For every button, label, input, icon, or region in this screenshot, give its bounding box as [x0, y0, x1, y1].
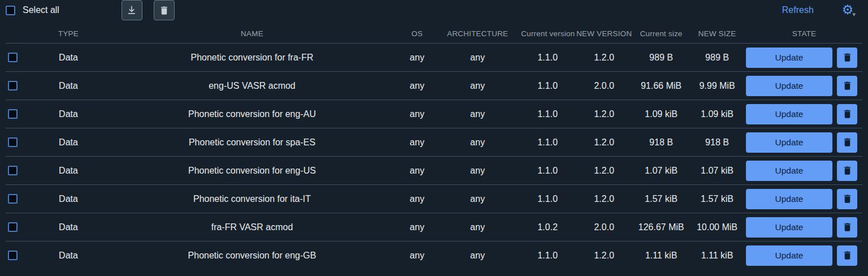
gear-icon: ⚙: [842, 3, 854, 16]
cell-new-size: 1.57 kiB: [688, 194, 746, 204]
cell-name: Phonetic conversion for eng-AU: [104, 109, 400, 119]
cell-os: any: [400, 222, 434, 232]
column-header-new-size: NEW SIZE: [688, 29, 746, 38]
table-row: Data Phonetic conversion for eng-GB any …: [6, 241, 862, 269]
delete-row-button[interactable]: [837, 132, 857, 153]
cell-os: any: [400, 251, 434, 261]
row-checkbox[interactable]: [8, 81, 18, 90]
update-button[interactable]: Update: [746, 132, 832, 153]
refresh-button[interactable]: Refresh: [782, 5, 814, 15]
delete-row-button[interactable]: [837, 245, 857, 266]
cell-os: any: [400, 166, 434, 176]
column-header-current-version: Current version: [521, 29, 574, 38]
table-body: Data Phonetic conversion for fra-FR any …: [6, 44, 862, 269]
row-checkbox[interactable]: [8, 194, 18, 204]
delete-row-button[interactable]: [837, 161, 857, 181]
cell-type: Data: [33, 137, 104, 148]
cell-type: Data: [33, 251, 104, 261]
trash-icon: [842, 137, 853, 148]
settings-menu-button[interactable]: ⚙ ▾: [842, 3, 856, 18]
cell-architecture: any: [434, 222, 521, 232]
update-button[interactable]: Update: [746, 48, 832, 68]
cell-name: Phonetic conversion for eng-US: [104, 166, 400, 176]
cell-current-size: 1.07 kiB: [634, 166, 688, 176]
delete-row-button[interactable]: [837, 104, 857, 124]
table-row: Data eng-US VASR acmod any any 1.1.0 2.0…: [6, 72, 862, 100]
cell-current-version: 1.1.0: [521, 194, 574, 204]
column-header-os: OS: [400, 29, 434, 38]
delete-row-button[interactable]: [837, 76, 857, 96]
cell-architecture: any: [434, 137, 521, 148]
chevron-down-icon: ▾: [852, 11, 856, 18]
cell-current-size: 91.66 MiB: [634, 81, 688, 91]
cell-new-version: 1.2.0: [574, 251, 634, 261]
cell-name: Phonetic conversion for spa-ES: [104, 137, 400, 148]
cell-new-size: 918 B: [688, 137, 746, 148]
table-row: Data Phonetic conversion for spa-ES any …: [6, 128, 862, 157]
cell-current-size: 1.11 kiB: [634, 251, 688, 261]
cell-new-version: 2.0.0: [574, 222, 634, 232]
cell-name: Phonetic conversion for ita-IT: [104, 194, 400, 204]
cell-new-size: 1.09 kiB: [688, 109, 746, 119]
cell-name: fra-FR VASR acmod: [104, 222, 400, 232]
row-checkbox[interactable]: [8, 251, 18, 260]
cell-name: eng-US VASR acmod: [104, 81, 400, 91]
cell-architecture: any: [434, 251, 521, 261]
delete-row-button[interactable]: [837, 48, 857, 68]
cell-type: Data: [33, 166, 104, 176]
cell-os: any: [400, 81, 434, 91]
update-button[interactable]: Update: [746, 217, 832, 238]
cell-name: Phonetic conversion for fra-FR: [104, 53, 400, 63]
cell-new-version: 1.2.0: [574, 137, 634, 148]
cell-new-size: 1.07 kiB: [688, 166, 746, 176]
update-button[interactable]: Update: [746, 245, 832, 266]
cell-architecture: any: [434, 81, 521, 91]
cell-new-size: 989 B: [688, 53, 746, 63]
table-row: Data Phonetic conversion for ita-IT any …: [6, 185, 862, 213]
cell-current-version: 1.0.2: [521, 222, 574, 232]
select-all-label: Select all: [23, 5, 59, 15]
package-update-page: Select all Refresh ⚙ ▾ TYPE NAME OS: [0, 0, 868, 276]
cell-current-version: 1.1.0: [521, 53, 574, 63]
delete-row-button[interactable]: [837, 189, 857, 209]
row-checkbox[interactable]: [8, 109, 18, 119]
column-header-state: STATE: [746, 29, 862, 38]
cell-architecture: any: [434, 194, 521, 204]
trash-icon: [842, 52, 853, 63]
cell-new-size: 1.11 kiB: [688, 251, 746, 261]
cell-type: Data: [33, 53, 104, 63]
update-button[interactable]: Update: [746, 76, 832, 96]
table-header-row: TYPE NAME OS ARCHITECTURE Current versio…: [6, 20, 862, 44]
select-all-checkbox[interactable]: [6, 6, 15, 15]
cell-current-version: 1.1.0: [521, 251, 574, 261]
delete-row-button[interactable]: [837, 217, 857, 238]
table-row: Data fra-FR VASR acmod any any 1.0.2 2.0…: [6, 213, 862, 241]
update-button[interactable]: Update: [746, 104, 832, 124]
row-checkbox[interactable]: [8, 137, 18, 147]
column-header-architecture: ARCHITECTURE: [434, 29, 521, 38]
cell-os: any: [400, 109, 434, 119]
cell-current-size: 989 B: [634, 53, 688, 63]
cell-architecture: any: [434, 53, 521, 63]
cell-current-version: 1.1.0: [521, 81, 574, 91]
cell-current-version: 1.1.0: [521, 166, 574, 176]
row-checkbox[interactable]: [8, 222, 18, 232]
update-button[interactable]: Update: [746, 189, 832, 209]
trash-icon: [842, 109, 853, 119]
cell-type: Data: [33, 222, 104, 232]
trash-icon: [842, 250, 853, 261]
delete-selected-button[interactable]: [154, 0, 175, 20]
row-checkbox[interactable]: [8, 166, 18, 175]
cell-new-version: 1.2.0: [574, 166, 634, 176]
trash-icon: [842, 193, 853, 204]
column-header-name: NAME: [104, 29, 400, 38]
download-selected-button[interactable]: [121, 0, 142, 20]
cell-current-size: 1.09 kiB: [634, 109, 688, 119]
cell-current-version: 1.1.0: [521, 137, 574, 148]
cell-new-version: 1.2.0: [574, 53, 634, 63]
cell-architecture: any: [434, 166, 521, 176]
cell-type: Data: [33, 194, 104, 204]
row-checkbox[interactable]: [8, 53, 18, 62]
download-icon: [126, 5, 137, 16]
update-button[interactable]: Update: [746, 161, 832, 181]
